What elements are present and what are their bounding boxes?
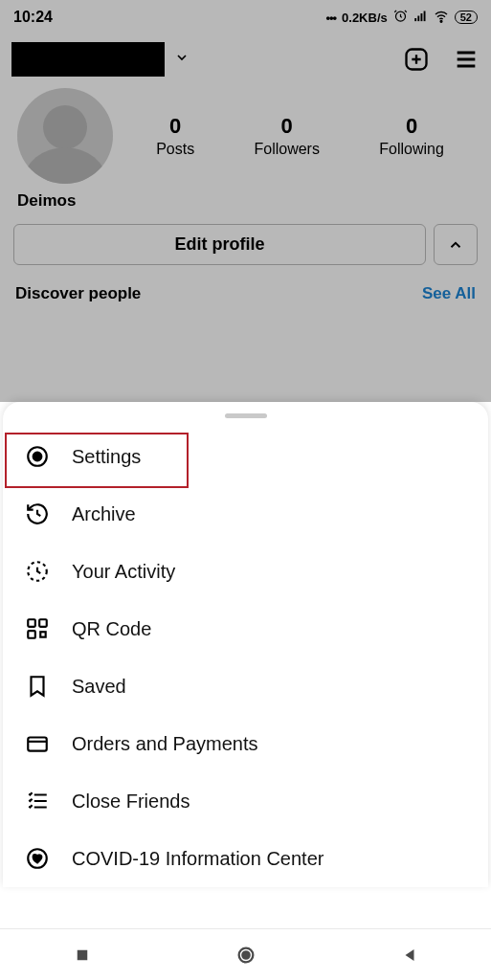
- menu-settings[interactable]: Settings: [3, 428, 488, 485]
- menu-label: Saved: [72, 676, 126, 698]
- status-right: ••• 0.2KB/s 52: [325, 9, 478, 27]
- nav-home-button[interactable]: [217, 945, 275, 966]
- menu-label: COVID-19 Information Center: [72, 848, 324, 870]
- svg-rect-11: [39, 619, 47, 627]
- signal-icon: [413, 9, 428, 26]
- svg-rect-2: [417, 16, 419, 22]
- activity-icon: [24, 558, 51, 585]
- posts-stat[interactable]: 0 Posts: [156, 114, 194, 158]
- discover-title: Discover people: [15, 284, 141, 303]
- svg-rect-13: [40, 632, 45, 636]
- alarm-icon: [393, 9, 408, 26]
- avatar[interactable]: [17, 88, 113, 184]
- network-speed: 0.2KB/s: [342, 11, 388, 25]
- menu-label: Orders and Payments: [72, 733, 258, 755]
- see-all-link[interactable]: See All: [422, 284, 476, 303]
- display-name: Deimos: [0, 191, 491, 224]
- svg-point-18: [242, 951, 249, 958]
- svg-rect-14: [28, 738, 47, 751]
- svg-point-5: [440, 20, 442, 22]
- svg-rect-10: [28, 619, 35, 627]
- chevron-down-icon[interactable]: [174, 50, 190, 69]
- card-icon: [24, 730, 51, 757]
- menu-covid[interactable]: COVID-19 Information Center: [3, 830, 488, 887]
- gear-icon: [24, 443, 51, 470]
- nav-back-button[interactable]: [381, 947, 438, 964]
- status-bar: 10:24 ••• 0.2KB/s 52: [0, 0, 491, 34]
- more-dots: •••: [325, 11, 336, 25]
- followers-stat[interactable]: 0 Followers: [254, 114, 319, 158]
- menu-orders[interactable]: Orders and Payments: [3, 715, 488, 772]
- stats-row: 0 Posts 0 Followers 0 Following: [0, 82, 491, 191]
- status-time: 10:24: [13, 9, 53, 26]
- menu-archive[interactable]: Archive: [3, 485, 488, 543]
- profile-screen-dimmed: 10:24 ••• 0.2KB/s 52: [0, 0, 491, 402]
- svg-rect-4: [423, 11, 425, 22]
- svg-point-8: [33, 453, 42, 461]
- menu-label: Your Activity: [72, 561, 175, 583]
- create-post-button[interactable]: [403, 46, 430, 73]
- hamburger-menu-button[interactable]: [453, 46, 480, 73]
- menu-activity[interactable]: Your Activity: [3, 543, 488, 600]
- battery-indicator: 52: [455, 11, 478, 24]
- svg-rect-1: [414, 18, 416, 21]
- menu-saved[interactable]: Saved: [3, 657, 488, 715]
- sheet-handle[interactable]: [225, 413, 267, 418]
- close-friends-icon: [24, 788, 51, 814]
- svg-rect-3: [420, 13, 422, 21]
- history-icon: [24, 501, 51, 527]
- bookmark-icon: [24, 673, 51, 700]
- menu-label: Settings: [72, 446, 141, 468]
- menu-bottom-sheet: Settings Archive Your Activity QR Code S…: [3, 402, 488, 887]
- qr-code-icon: [24, 615, 51, 642]
- menu-label: QR Code: [72, 618, 151, 640]
- menu-qr-code[interactable]: QR Code: [3, 600, 488, 657]
- svg-rect-12: [28, 631, 35, 638]
- nav-recent-button[interactable]: [54, 947, 111, 964]
- discover-toggle-button[interactable]: [434, 224, 478, 265]
- profile-header: [0, 34, 491, 82]
- menu-label: Archive: [72, 503, 136, 525]
- edit-profile-button[interactable]: Edit profile: [13, 224, 426, 265]
- following-stat[interactable]: 0 Following: [379, 114, 444, 158]
- android-navbar: [0, 928, 491, 980]
- wifi-icon: [434, 9, 449, 27]
- svg-rect-16: [77, 949, 87, 960]
- heart-circle-icon: [24, 845, 51, 872]
- username-redacted: [11, 42, 165, 77]
- menu-label: Close Friends: [72, 791, 190, 813]
- menu-close-friends[interactable]: Close Friends: [3, 772, 488, 830]
